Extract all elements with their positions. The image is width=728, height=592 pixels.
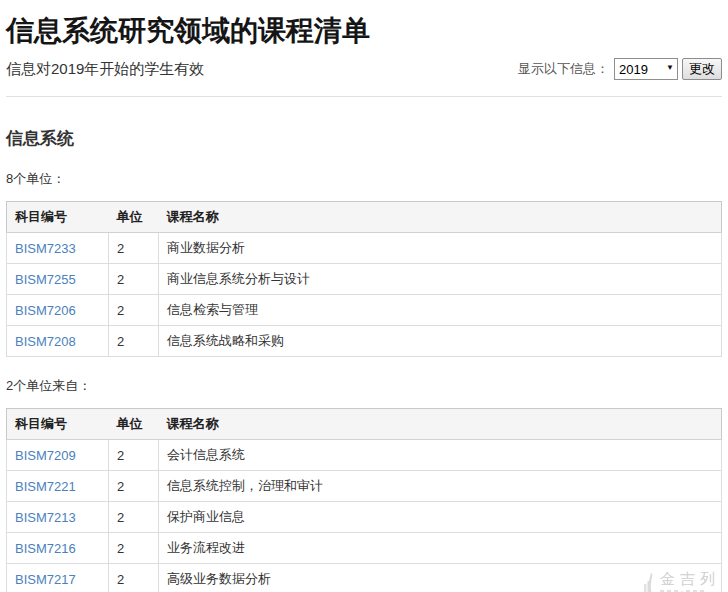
- course-title-cell: 高级业务数据分析: [159, 564, 722, 592]
- watermark: 金吉列: [641, 570, 720, 592]
- course-list-page: 信息系统研究领域的课程清单 信息对2019年开始的学生有效 显示以下信息： 20…: [0, 15, 728, 592]
- table-row: BISM7209 2 会计信息系统: [7, 440, 722, 471]
- course-code-link[interactable]: BISM7208: [15, 334, 76, 349]
- course-title-cell: 信息系统战略和采购: [159, 326, 722, 357]
- course-table-1: 科目编号 单位 课程名称 BISM7233 2 商业数据分析 BISM7255 …: [6, 201, 722, 357]
- course-title-cell: 保护商业信息: [159, 502, 722, 533]
- table-row: BISM7217 2 高级业务数据分析: [7, 564, 722, 592]
- course-table-2: 科目编号 单位 课程名称 BISM7209 2 会计信息系统 BISM7221 …: [6, 408, 722, 592]
- table-row: BISM7206 2 信息检索与管理: [7, 295, 722, 326]
- course-code-link[interactable]: BISM7233: [15, 241, 76, 256]
- units-cell: 2: [109, 502, 159, 533]
- course-code-link[interactable]: BISM7216: [15, 541, 76, 556]
- course-title-cell: 信息检索与管理: [159, 295, 722, 326]
- table-row: BISM7216 2 业务流程改进: [7, 533, 722, 564]
- course-title-cell: 商业信息系统分析与设计: [159, 264, 722, 295]
- section-heading: 信息系统: [6, 127, 722, 150]
- course-code-link[interactable]: BISM7206: [15, 303, 76, 318]
- table-row: BISM7255 2 商业信息系统分析与设计: [7, 264, 722, 295]
- year-selector-form: 显示以下信息： 2019 ▼ 更改: [518, 58, 722, 80]
- course-code-link[interactable]: BISM7255: [15, 272, 76, 287]
- units-cell: 2: [109, 533, 159, 564]
- units-cell: 2: [109, 440, 159, 471]
- units-cell: 2: [109, 564, 159, 592]
- table-row: BISM7221 2 信息系统控制，治理和审计: [7, 471, 722, 502]
- course-code-link[interactable]: BISM7217: [15, 572, 76, 587]
- column-header-code: 科目编号: [7, 202, 109, 233]
- column-header-title: 课程名称: [159, 409, 722, 440]
- table-row: BISM7233 2 商业数据分析: [7, 233, 722, 264]
- validity-subtitle: 信息对2019年开始的学生有效: [6, 60, 204, 79]
- units-cell: 2: [109, 295, 159, 326]
- course-title-cell: 信息系统控制，治理和审计: [159, 471, 722, 502]
- header-divider: [6, 96, 722, 97]
- course-code-link[interactable]: BISM7213: [15, 510, 76, 525]
- group-label-2: 2个单位来自：: [6, 377, 722, 395]
- course-code-link[interactable]: BISM7221: [15, 479, 76, 494]
- table-header-row: 科目编号 单位 课程名称: [7, 409, 722, 440]
- year-select-wrap: 2019 ▼: [614, 58, 678, 80]
- table-row: BISM7213 2 保护商业信息: [7, 502, 722, 533]
- units-cell: 2: [109, 264, 159, 295]
- page-title: 信息系统研究领域的课程清单: [6, 15, 722, 47]
- units-cell: 2: [109, 471, 159, 502]
- year-select[interactable]: 2019: [614, 58, 678, 80]
- column-header-units: 单位: [109, 409, 159, 440]
- column-header-units: 单位: [109, 202, 159, 233]
- watermark-logo-icon: [641, 572, 657, 592]
- column-header-code: 科目编号: [7, 409, 109, 440]
- change-button[interactable]: 更改: [682, 58, 722, 80]
- table-row: BISM7208 2 信息系统战略和采购: [7, 326, 722, 357]
- watermark-text: 金吉列: [660, 570, 720, 588]
- course-title-cell: 业务流程改进: [159, 533, 722, 564]
- column-header-title: 课程名称: [159, 202, 722, 233]
- group-label-1: 8个单位：: [6, 170, 722, 188]
- units-cell: 2: [109, 326, 159, 357]
- course-title-cell: 会计信息系统: [159, 440, 722, 471]
- units-cell: 2: [109, 233, 159, 264]
- subheader: 信息对2019年开始的学生有效 显示以下信息： 2019 ▼ 更改: [6, 57, 722, 81]
- course-title-cell: 商业数据分析: [159, 233, 722, 264]
- year-selector-label: 显示以下信息：: [518, 60, 609, 78]
- table-header-row: 科目编号 单位 课程名称: [7, 202, 722, 233]
- course-code-link[interactable]: BISM7209: [15, 448, 76, 463]
